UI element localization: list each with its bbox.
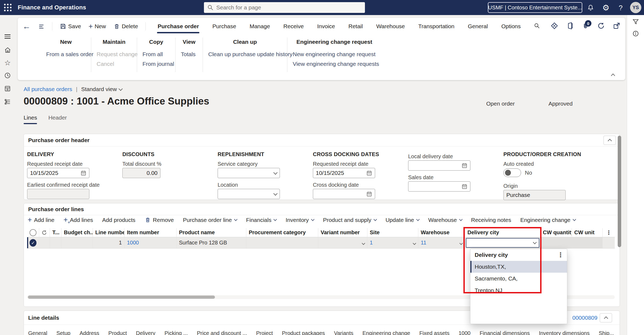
grid-more-options-button[interactable]: ⋮ [603,228,615,237]
horizontal-scrollbar-thumb[interactable] [28,296,215,299]
new-button[interactable]: + New [89,23,106,30]
filter-pane-button[interactable] [631,17,640,26]
view-selector[interactable]: Standard view [81,86,122,92]
detail-tab-setup[interactable]: Setup [56,330,70,335]
detail-tab-engineering-change[interactable]: Engineering change [363,330,410,335]
btn-from-all[interactable]: From all [142,49,175,59]
notifications-button[interactable] [586,3,595,12]
btn-clean-up-history[interactable]: Clean up purchase update history [208,49,287,59]
tab-warehouse[interactable]: Warehouse [376,19,405,34]
calendar-icon[interactable] [462,163,467,168]
calendar-icon[interactable] [462,183,467,189]
tab-transportation[interactable]: Transportation [418,19,455,34]
collapse-section-button[interactable] [600,313,612,322]
nav-worklist-button[interactable] [0,83,15,94]
office-apps-button[interactable] [566,22,574,30]
cell-variant-number[interactable] [318,237,367,248]
cross-docking-date-field[interactable] [313,189,375,199]
financials-menu[interactable]: Financials [246,217,277,223]
detail-tab-1000[interactable]: 1000 [459,330,471,335]
purchase-order-line-menu[interactable]: Purchase order line [183,217,237,223]
sales-date-field[interactable] [408,181,470,192]
btn-view-engineering-change-requests[interactable]: View engineering change requests [293,59,381,69]
nav-home-button[interactable] [0,45,15,55]
detail-tab-general[interactable]: General [28,330,47,335]
cell-procurement-category[interactable] [246,237,318,248]
col-t[interactable]: T... [50,228,61,237]
local-delivery-date-field[interactable] [408,160,470,171]
remove-button[interactable]: Remove [145,217,174,223]
btn-totals[interactable]: Totals [181,49,203,59]
col-site[interactable]: Site [367,228,418,237]
global-search[interactable] [204,2,365,13]
btn-new-engineering-change-request[interactable]: New engineering change request [293,49,381,59]
help-button[interactable]: ? [616,3,625,12]
tab-general[interactable]: General [467,19,488,34]
tab-retail[interactable]: Retail [348,19,363,34]
order-number-link[interactable]: 00000809 [572,315,597,321]
add-line-button[interactable]: + Add line [28,216,54,224]
search-input[interactable] [216,4,362,11]
inventory-menu[interactable]: Inventory [286,217,314,223]
option-trenton[interactable]: Trenton,NJ [470,284,567,296]
tab-header[interactable]: Header [48,114,67,124]
detail-tab-project[interactable]: Project [256,330,273,335]
refresh-button[interactable] [597,22,605,30]
col-item-number[interactable]: Item number [125,228,177,237]
nav-recent-button[interactable] [0,70,15,81]
detail-tab-address[interactable]: Address [79,330,99,335]
detail-tab-variants[interactable]: Variants [334,330,353,335]
detail-tab-financial-dimensions[interactable]: Financial dimensions [480,330,530,335]
detail-tab-inventory-dimensions[interactable]: Inventory dimensions [539,330,590,335]
col-cw-unit[interactable]: CW unit [572,228,603,237]
update-line-menu[interactable]: Update line [386,217,419,223]
cell-product-name[interactable]: Surface Pro 128 GB [177,237,246,248]
detail-tab-price-discount[interactable]: Price and discount ... [197,330,247,335]
app-launcher-icon[interactable] [0,0,16,15]
receiving-notes-button[interactable]: Receiving notes [471,217,511,223]
calendar-icon[interactable] [366,170,372,176]
engineering-change-menu[interactable]: Engineering change [520,217,576,223]
cell-delivery-city[interactable] [465,237,540,248]
save-button[interactable]: Save [60,23,81,30]
expand-nav-button[interactable] [0,31,15,42]
collapse-ribbon-button[interactable] [608,71,618,78]
detail-tab-fixed-assets[interactable]: Fixed assets [419,330,449,335]
page-info-button[interactable] [631,29,640,38]
tab-lines[interactable]: Lines [24,114,37,124]
detail-tab-product-packages[interactable]: Product packages [282,330,325,335]
btn-from-a-sales-order[interactable]: From a sales order [46,49,91,59]
cell-warehouse[interactable]: 11 [418,237,465,248]
delete-button[interactable]: Delete [114,23,138,30]
open-new-window-button[interactable] [613,22,620,30]
detail-tab-delivery[interactable]: Delivery [136,330,155,335]
cell-site[interactable]: 1 [367,237,418,248]
detail-tab-ship[interactable]: Ship... [599,330,614,335]
product-and-supply-menu[interactable]: Product and supply [323,217,376,223]
collapse-section-button[interactable] [603,136,616,145]
tab-receive[interactable]: Receive [283,19,304,34]
detail-tab-picking[interactable]: Picking ... [164,330,188,335]
btn-from-journal[interactable]: From journal [142,59,175,69]
detail-tab-product[interactable]: Product [108,330,127,335]
tab-purchase-order[interactable]: Purchase order [157,19,199,34]
tab-manage[interactable]: Manage [249,19,270,34]
select-all-checkbox[interactable] [27,228,39,237]
col-variant-number[interactable]: Variant number [318,228,367,237]
nav-modules-button[interactable] [0,96,15,107]
col-delivery-city[interactable]: Delivery city [465,228,540,237]
delivery-city-combobox[interactable] [466,238,539,248]
col-procurement-category[interactable]: Procurement category [246,228,318,237]
tab-purchase[interactable]: Purchase [212,19,237,34]
location-select[interactable] [218,189,280,199]
add-products-button[interactable]: Add products [102,217,136,223]
avatar[interactable]: YS [630,2,641,13]
calendar-icon[interactable] [80,170,86,176]
warehouse-menu[interactable]: Warehouse [428,217,462,223]
cell-item-number[interactable]: 1000 [125,237,177,248]
cell-line-number[interactable]: 1 [93,237,125,248]
col-product-name[interactable]: Product name [177,228,246,237]
row-checkbox[interactable]: ✓ [27,237,39,248]
col-cw-quantity[interactable]: CW quantity [540,228,572,237]
col-budget-check[interactable]: Budget ch... [61,228,93,237]
